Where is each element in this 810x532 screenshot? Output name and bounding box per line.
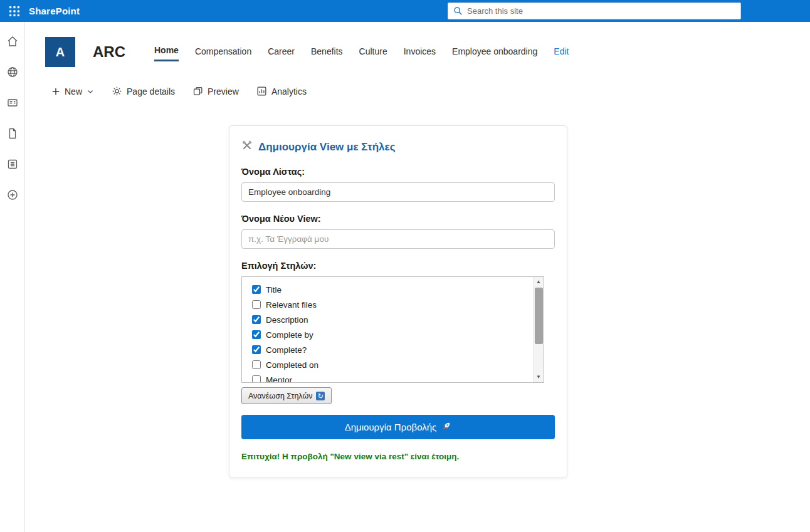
new-button[interactable]: New — [51, 86, 94, 96]
globe-icon[interactable] — [6, 66, 19, 78]
view-name-label: Όνομα Νέου View: — [241, 214, 555, 224]
suite-header: SharePoint — [0, 0, 810, 22]
success-message: Επιτυχία! Η προβολή "New view via rest" … — [241, 452, 555, 461]
site-header: A ARC HomeCompensationCareerBenefitsCult… — [25, 22, 810, 67]
columns-listbox[interactable]: TitleRelevant filesDescriptionComplete b… — [241, 276, 544, 383]
app-bar — [0, 22, 25, 532]
nav-tab-invoices[interactable]: Invoices — [404, 44, 436, 61]
preview-label: Preview — [208, 86, 239, 96]
new-label: New — [65, 86, 82, 96]
nav-tab-compensation[interactable]: Compensation — [195, 44, 251, 61]
column-checkbox[interactable] — [252, 360, 261, 369]
card-title: Δημιουργία View με Στήλες — [241, 140, 555, 154]
column-checkbox[interactable] — [252, 375, 261, 383]
column-checkbox[interactable] — [252, 345, 261, 354]
column-label: Description — [266, 315, 308, 325]
column-option-description[interactable]: Description — [242, 312, 544, 327]
column-checkbox[interactable] — [252, 285, 261, 294]
list-name-input[interactable] — [241, 182, 555, 202]
site-search[interactable] — [448, 3, 741, 19]
refresh-columns-button[interactable]: Ανανέωση Στηλών ↻ — [241, 387, 332, 404]
column-option-complete-by[interactable]: Complete by — [242, 327, 544, 342]
column-checkbox[interactable] — [252, 330, 261, 339]
analytics-button[interactable]: Analytics — [256, 86, 307, 96]
nav-tab-employee-onboarding[interactable]: Employee onboarding — [452, 44, 537, 61]
site-nav: HomeCompensationCareerBenefitsCultureInv… — [154, 43, 569, 61]
column-label: Completed on — [266, 360, 318, 370]
files-icon[interactable] — [6, 127, 19, 140]
refresh-label: Ανανέωση Στηλών — [248, 392, 312, 400]
column-option-title[interactable]: Title — [242, 282, 544, 297]
lists-icon[interactable] — [6, 158, 19, 170]
chevron-down-icon — [87, 88, 94, 95]
waffle-icon — [9, 6, 19, 16]
analytics-icon — [256, 86, 267, 96]
scroll-down-icon[interactable]: ▼ — [536, 372, 541, 382]
plus-icon — [51, 87, 60, 96]
column-checkbox[interactable] — [252, 315, 261, 324]
column-label: Complete by — [266, 330, 313, 340]
preview-icon — [192, 86, 203, 96]
nav-tab-culture[interactable]: Culture — [359, 44, 387, 61]
scrollbar-thumb[interactable] — [535, 288, 543, 344]
site-logo[interactable]: A — [45, 37, 75, 67]
site-title: ARC — [93, 43, 125, 61]
column-option-mentor[interactable]: Mentor — [242, 372, 544, 383]
command-bar: New Page details Preview — [25, 67, 810, 96]
column-checkbox[interactable] — [252, 300, 261, 309]
app-launcher-button[interactable] — [0, 0, 29, 22]
main-content: A ARC HomeCompensationCareerBenefitsCult… — [25, 22, 810, 532]
hammer-wrench-icon — [241, 140, 253, 154]
create-view-button[interactable]: Δημιουργία Προβολής — [241, 415, 555, 439]
page-details-label: Page details — [127, 86, 175, 96]
nav-tab-edit[interactable]: Edit — [554, 44, 569, 61]
columns-label: Επιλογή Στηλών: — [241, 261, 555, 271]
preview-button[interactable]: Preview — [192, 86, 239, 96]
nav-tab-home[interactable]: Home — [154, 43, 179, 61]
column-option-completed-on[interactable]: Completed on — [242, 357, 544, 372]
scrollbar[interactable]: ▲ ▼ — [533, 277, 544, 382]
search-input[interactable] — [467, 6, 735, 16]
list-name-label: Όνομα Λίστας: — [241, 167, 555, 177]
page-details-button[interactable]: Page details — [112, 86, 175, 96]
nav-tab-benefits[interactable]: Benefits — [311, 44, 343, 61]
column-label: Title — [266, 285, 281, 295]
page-shell: A ARC HomeCompensationCareerBenefitsCult… — [0, 22, 810, 532]
gear-icon — [112, 86, 122, 96]
home-icon[interactable] — [6, 35, 19, 48]
column-label: Mentor — [266, 375, 292, 383]
brand-title: SharePoint — [29, 6, 80, 16]
nav-tab-career[interactable]: Career — [268, 44, 295, 61]
refresh-icon: ↻ — [316, 392, 325, 400]
analytics-label: Analytics — [271, 86, 307, 96]
rocket-icon — [441, 421, 451, 433]
search-icon — [453, 6, 463, 16]
scroll-up-icon[interactable]: ▲ — [536, 277, 541, 287]
submit-label: Δημιουργία Προβολής — [345, 422, 437, 432]
create-icon[interactable] — [6, 189, 19, 201]
create-view-card: Δημιουργία View με Στήλες Όνομα Λίστας: … — [229, 125, 567, 478]
view-name-input[interactable] — [241, 229, 555, 249]
card-title-text: Δημιουργία View με Στήλες — [258, 141, 395, 154]
column-option-relevant-files[interactable]: Relevant files — [242, 297, 544, 312]
news-icon[interactable] — [6, 96, 19, 109]
column-label: Complete? — [266, 345, 307, 355]
column-option-complete[interactable]: Complete? — [242, 342, 544, 357]
column-label: Relevant files — [266, 300, 317, 310]
columns-list: TitleRelevant filesDescriptionComplete b… — [242, 277, 544, 383]
